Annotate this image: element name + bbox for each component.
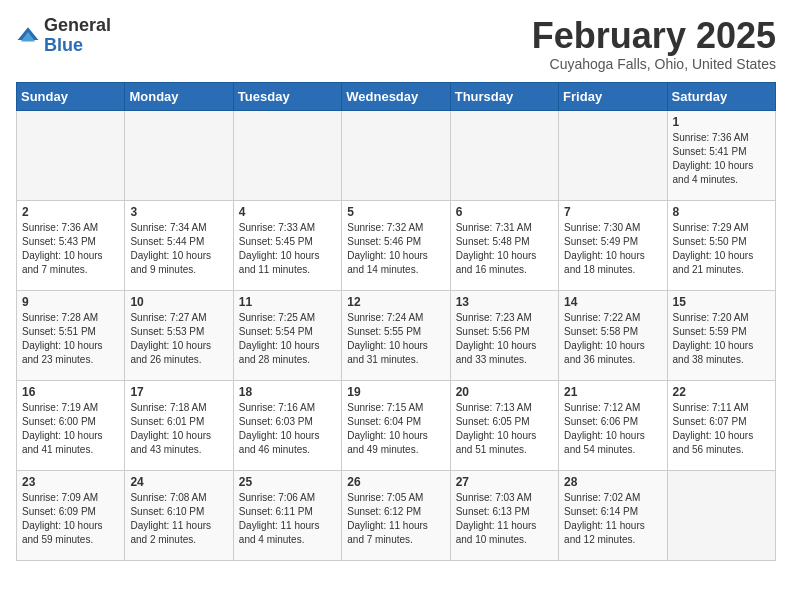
day-number: 17: [130, 385, 227, 399]
day-number: 9: [22, 295, 119, 309]
calendar-cell: 9Sunrise: 7:28 AMSunset: 5:51 PMDaylight…: [17, 290, 125, 380]
day-info: Sunrise: 7:28 AMSunset: 5:51 PMDaylight:…: [22, 311, 119, 367]
day-number: 2: [22, 205, 119, 219]
calendar-header-tuesday: Tuesday: [233, 82, 341, 110]
calendar-cell: 10Sunrise: 7:27 AMSunset: 5:53 PMDayligh…: [125, 290, 233, 380]
calendar-week-4: 16Sunrise: 7:19 AMSunset: 6:00 PMDayligh…: [17, 380, 776, 470]
calendar-cell: [342, 110, 450, 200]
day-info: Sunrise: 7:19 AMSunset: 6:00 PMDaylight:…: [22, 401, 119, 457]
day-number: 12: [347, 295, 444, 309]
day-number: 1: [673, 115, 770, 129]
calendar-cell: 6Sunrise: 7:31 AMSunset: 5:48 PMDaylight…: [450, 200, 558, 290]
day-number: 22: [673, 385, 770, 399]
calendar-cell: 12Sunrise: 7:24 AMSunset: 5:55 PMDayligh…: [342, 290, 450, 380]
day-info: Sunrise: 7:29 AMSunset: 5:50 PMDaylight:…: [673, 221, 770, 277]
day-info: Sunrise: 7:27 AMSunset: 5:53 PMDaylight:…: [130, 311, 227, 367]
calendar-cell: 25Sunrise: 7:06 AMSunset: 6:11 PMDayligh…: [233, 470, 341, 560]
location: Cuyahoga Falls, Ohio, United States: [532, 56, 776, 72]
day-info: Sunrise: 7:02 AMSunset: 6:14 PMDaylight:…: [564, 491, 661, 547]
calendar-cell: 26Sunrise: 7:05 AMSunset: 6:12 PMDayligh…: [342, 470, 450, 560]
day-info: Sunrise: 7:05 AMSunset: 6:12 PMDaylight:…: [347, 491, 444, 547]
calendar-header-wednesday: Wednesday: [342, 82, 450, 110]
calendar-week-3: 9Sunrise: 7:28 AMSunset: 5:51 PMDaylight…: [17, 290, 776, 380]
day-number: 7: [564, 205, 661, 219]
day-number: 18: [239, 385, 336, 399]
day-info: Sunrise: 7:13 AMSunset: 6:05 PMDaylight:…: [456, 401, 553, 457]
day-info: Sunrise: 7:36 AMSunset: 5:43 PMDaylight:…: [22, 221, 119, 277]
calendar-week-2: 2Sunrise: 7:36 AMSunset: 5:43 PMDaylight…: [17, 200, 776, 290]
calendar-week-1: 1Sunrise: 7:36 AMSunset: 5:41 PMDaylight…: [17, 110, 776, 200]
day-info: Sunrise: 7:24 AMSunset: 5:55 PMDaylight:…: [347, 311, 444, 367]
calendar-cell: 13Sunrise: 7:23 AMSunset: 5:56 PMDayligh…: [450, 290, 558, 380]
calendar-cell: 20Sunrise: 7:13 AMSunset: 6:05 PMDayligh…: [450, 380, 558, 470]
calendar-cell: 18Sunrise: 7:16 AMSunset: 6:03 PMDayligh…: [233, 380, 341, 470]
day-number: 14: [564, 295, 661, 309]
day-info: Sunrise: 7:11 AMSunset: 6:07 PMDaylight:…: [673, 401, 770, 457]
day-info: Sunrise: 7:03 AMSunset: 6:13 PMDaylight:…: [456, 491, 553, 547]
day-info: Sunrise: 7:33 AMSunset: 5:45 PMDaylight:…: [239, 221, 336, 277]
calendar-header-monday: Monday: [125, 82, 233, 110]
calendar-cell: 22Sunrise: 7:11 AMSunset: 6:07 PMDayligh…: [667, 380, 775, 470]
day-number: 24: [130, 475, 227, 489]
day-info: Sunrise: 7:23 AMSunset: 5:56 PMDaylight:…: [456, 311, 553, 367]
day-info: Sunrise: 7:36 AMSunset: 5:41 PMDaylight:…: [673, 131, 770, 187]
day-info: Sunrise: 7:16 AMSunset: 6:03 PMDaylight:…: [239, 401, 336, 457]
calendar-cell: [233, 110, 341, 200]
day-number: 5: [347, 205, 444, 219]
calendar-cell: 7Sunrise: 7:30 AMSunset: 5:49 PMDaylight…: [559, 200, 667, 290]
calendar-header-thursday: Thursday: [450, 82, 558, 110]
calendar-cell: 21Sunrise: 7:12 AMSunset: 6:06 PMDayligh…: [559, 380, 667, 470]
calendar-cell: 1Sunrise: 7:36 AMSunset: 5:41 PMDaylight…: [667, 110, 775, 200]
day-info: Sunrise: 7:34 AMSunset: 5:44 PMDaylight:…: [130, 221, 227, 277]
day-number: 3: [130, 205, 227, 219]
calendar-cell: 2Sunrise: 7:36 AMSunset: 5:43 PMDaylight…: [17, 200, 125, 290]
logo-blue: Blue: [44, 36, 111, 56]
day-number: 20: [456, 385, 553, 399]
logo-text: General Blue: [44, 16, 111, 56]
logo: General Blue: [16, 16, 111, 56]
day-number: 13: [456, 295, 553, 309]
calendar-cell: 24Sunrise: 7:08 AMSunset: 6:10 PMDayligh…: [125, 470, 233, 560]
page-header: General Blue February 2025 Cuyahoga Fall…: [16, 16, 776, 72]
calendar-cell: 16Sunrise: 7:19 AMSunset: 6:00 PMDayligh…: [17, 380, 125, 470]
day-number: 27: [456, 475, 553, 489]
calendar-header-friday: Friday: [559, 82, 667, 110]
day-info: Sunrise: 7:20 AMSunset: 5:59 PMDaylight:…: [673, 311, 770, 367]
calendar-header-row: SundayMondayTuesdayWednesdayThursdayFrid…: [17, 82, 776, 110]
day-info: Sunrise: 7:31 AMSunset: 5:48 PMDaylight:…: [456, 221, 553, 277]
logo-icon: [16, 24, 40, 48]
calendar-cell: 27Sunrise: 7:03 AMSunset: 6:13 PMDayligh…: [450, 470, 558, 560]
calendar-cell: 23Sunrise: 7:09 AMSunset: 6:09 PMDayligh…: [17, 470, 125, 560]
day-info: Sunrise: 7:22 AMSunset: 5:58 PMDaylight:…: [564, 311, 661, 367]
day-info: Sunrise: 7:25 AMSunset: 5:54 PMDaylight:…: [239, 311, 336, 367]
calendar-cell: 17Sunrise: 7:18 AMSunset: 6:01 PMDayligh…: [125, 380, 233, 470]
day-info: Sunrise: 7:08 AMSunset: 6:10 PMDaylight:…: [130, 491, 227, 547]
logo-general: General: [44, 16, 111, 36]
title-block: February 2025 Cuyahoga Falls, Ohio, Unit…: [532, 16, 776, 72]
calendar-week-5: 23Sunrise: 7:09 AMSunset: 6:09 PMDayligh…: [17, 470, 776, 560]
calendar-header-saturday: Saturday: [667, 82, 775, 110]
calendar-cell: 3Sunrise: 7:34 AMSunset: 5:44 PMDaylight…: [125, 200, 233, 290]
calendar-table: SundayMondayTuesdayWednesdayThursdayFrid…: [16, 82, 776, 561]
day-number: 8: [673, 205, 770, 219]
day-number: 16: [22, 385, 119, 399]
day-number: 11: [239, 295, 336, 309]
day-number: 26: [347, 475, 444, 489]
calendar-cell: 11Sunrise: 7:25 AMSunset: 5:54 PMDayligh…: [233, 290, 341, 380]
calendar-cell: 14Sunrise: 7:22 AMSunset: 5:58 PMDayligh…: [559, 290, 667, 380]
calendar-cell: [125, 110, 233, 200]
calendar-cell: [17, 110, 125, 200]
day-info: Sunrise: 7:15 AMSunset: 6:04 PMDaylight:…: [347, 401, 444, 457]
day-number: 21: [564, 385, 661, 399]
day-info: Sunrise: 7:30 AMSunset: 5:49 PMDaylight:…: [564, 221, 661, 277]
day-number: 23: [22, 475, 119, 489]
day-info: Sunrise: 7:12 AMSunset: 6:06 PMDaylight:…: [564, 401, 661, 457]
calendar-cell: 19Sunrise: 7:15 AMSunset: 6:04 PMDayligh…: [342, 380, 450, 470]
calendar-cell: 28Sunrise: 7:02 AMSunset: 6:14 PMDayligh…: [559, 470, 667, 560]
day-info: Sunrise: 7:32 AMSunset: 5:46 PMDaylight:…: [347, 221, 444, 277]
day-info: Sunrise: 7:09 AMSunset: 6:09 PMDaylight:…: [22, 491, 119, 547]
calendar-cell: [559, 110, 667, 200]
day-info: Sunrise: 7:06 AMSunset: 6:11 PMDaylight:…: [239, 491, 336, 547]
day-number: 15: [673, 295, 770, 309]
day-number: 25: [239, 475, 336, 489]
